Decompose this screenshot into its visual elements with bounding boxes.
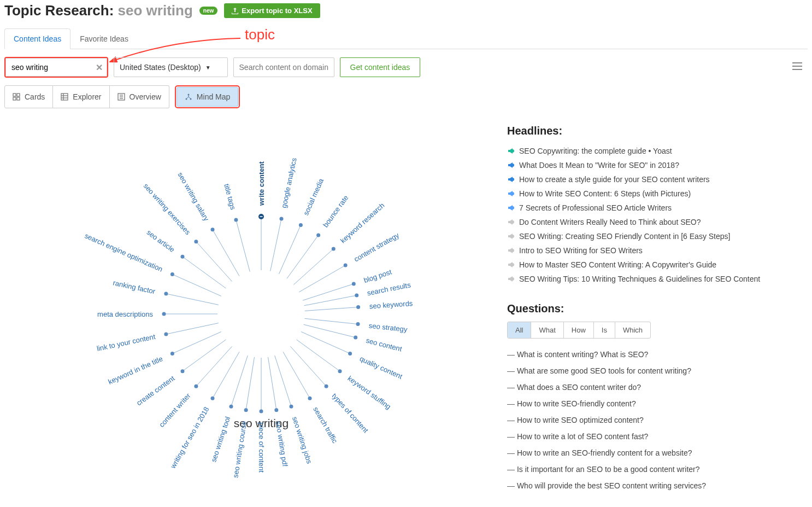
tab-content-ideas[interactable]: Content Ideas <box>4 28 70 49</box>
cards-icon <box>13 93 20 101</box>
list-toggle-icon[interactable] <box>792 62 808 72</box>
export-button[interactable]: Export topic to XLSX <box>224 3 320 18</box>
headline-text: What Does It Mean to "Write for SEO" in … <box>519 161 679 170</box>
headline-text: SEO Copywriting: the complete guide • Yo… <box>519 147 672 155</box>
svg-line-42 <box>304 324 356 337</box>
headline-item[interactable]: How to create a style guide for your SEO… <box>507 172 791 187</box>
topic-input[interactable] <box>5 58 107 77</box>
svg-line-34 <box>303 284 354 300</box>
question-item[interactable]: What are some good SEO tools for content… <box>507 363 791 379</box>
svg-point-49 <box>325 384 328 388</box>
svg-point-71 <box>164 333 168 336</box>
question-tab-all[interactable]: All <box>508 322 531 338</box>
megaphone-icon <box>507 247 515 254</box>
svg-line-66 <box>183 340 226 371</box>
question-item[interactable]: Who will provide the best SEO content wr… <box>507 477 791 494</box>
upload-icon <box>232 8 238 14</box>
headline-item[interactable]: What Does It Mean to "Write for SEO" in … <box>507 158 791 172</box>
svg-point-39 <box>356 305 360 309</box>
new-badge: new <box>199 7 217 15</box>
svg-point-51 <box>308 397 312 400</box>
headline-item[interactable]: Do Content Writers Really Need to Think … <box>507 215 791 229</box>
view-cards-label: Cards <box>25 92 45 101</box>
headline-text: How to Write SEO Content: 6 Steps (with … <box>519 189 691 198</box>
svg-line-48 <box>291 346 327 386</box>
svg-point-61 <box>229 405 233 409</box>
svg-point-59 <box>244 408 248 412</box>
mindmap-svg <box>4 125 507 497</box>
question-item[interactable]: How to write a lot of SEO content fast? <box>507 428 791 445</box>
headline-item[interactable]: SEO Writing Tips: 10 Writing Techniques … <box>507 272 791 286</box>
question-tab-what[interactable]: What <box>531 322 563 338</box>
mindmap-node[interactable]: meta descriptions <box>97 310 153 318</box>
question-item[interactable]: What does a SEO content writer do? <box>507 379 791 395</box>
svg-point-43 <box>354 336 357 340</box>
question-item[interactable]: How to write SEO-friendly content? <box>507 395 791 412</box>
mindmap-node[interactable]: write content <box>257 161 266 206</box>
question-item[interactable]: How to write an SEO-friendly content for… <box>507 445 791 461</box>
svg-point-31 <box>332 247 336 250</box>
region-select[interactable]: United States (Desktop) ▼ <box>114 57 228 77</box>
svg-line-82 <box>213 230 239 276</box>
title-prefix: Topic Research: <box>4 2 114 19</box>
megaphone-icon <box>507 261 515 269</box>
view-mindmap[interactable]: Mind Map <box>176 87 238 107</box>
svg-point-37 <box>355 294 358 298</box>
svg-line-28 <box>287 235 319 278</box>
question-tab-which[interactable]: Which <box>615 322 650 338</box>
question-tab-how[interactable]: How <box>564 322 594 338</box>
svg-line-76 <box>172 275 221 296</box>
headline-item[interactable]: Intro to SEO Writing for SEO Writers <box>507 243 791 258</box>
view-explorer[interactable]: Explorer <box>53 85 109 108</box>
headline-item[interactable]: SEO Copywriting: the complete guide • Yo… <box>507 144 791 158</box>
svg-point-79 <box>180 255 184 259</box>
svg-point-65 <box>194 384 198 388</box>
mindmap-node[interactable]: piece of content <box>257 422 266 473</box>
headline-item[interactable]: SEO Writing: Creating SEO Friendly Conte… <box>507 229 791 243</box>
svg-line-84 <box>236 220 250 272</box>
megaphone-icon <box>507 275 515 283</box>
view-explorer-label: Explorer <box>73 92 101 101</box>
topic-input-highlight: ✕ <box>4 57 108 78</box>
svg-point-41 <box>356 322 360 326</box>
headlines-list: SEO Copywriting: the complete guide • Yo… <box>507 144 791 286</box>
get-content-ideas-button[interactable]: Get content ideas <box>340 57 421 77</box>
tab-favorite-ideas[interactable]: Favorite Ideas <box>70 28 138 49</box>
view-overview-label: Overview <box>130 92 161 101</box>
view-overview[interactable]: Overview <box>110 85 169 108</box>
main-tabs: Content Ideas Favorite Ideas <box>4 28 808 49</box>
headline-text: Intro to SEO Writing for SEO Writers <box>519 246 643 255</box>
questions-tabs: AllWhatHowIsWhich <box>507 322 651 339</box>
svg-point-75 <box>164 292 168 295</box>
svg-point-73 <box>162 312 166 316</box>
mindmap-area[interactable]: seo writing write contentgoogle analytic… <box>4 125 507 497</box>
svg-line-78 <box>183 257 226 288</box>
clear-icon[interactable]: ✕ <box>96 62 103 73</box>
megaphone-icon <box>507 204 515 212</box>
question-item[interactable]: Is it important for an SEO to be a good … <box>507 461 791 477</box>
question-item[interactable]: What is content writing? What is SEO? <box>507 346 791 363</box>
svg-line-40 <box>305 318 358 324</box>
main-layout: seo writing write contentgoogle analytic… <box>4 125 808 497</box>
domain-input[interactable] <box>233 57 334 77</box>
view-mindmap-label: Mind Map <box>197 92 230 101</box>
view-cards[interactable]: Cards <box>4 85 53 108</box>
svg-line-36 <box>304 295 357 306</box>
headline-item[interactable]: How to Write SEO Content: 6 Steps (with … <box>507 187 791 201</box>
svg-line-64 <box>196 346 232 386</box>
headline-text: How to Master SEO Content Writing: A Cop… <box>519 260 716 269</box>
svg-line-30 <box>293 249 333 285</box>
headline-item[interactable]: 7 Secrets of Professional SEO Article Wr… <box>507 201 791 215</box>
search-row: ✕ United States (Desktop) ▼ Get content … <box>4 49 808 85</box>
svg-line-58 <box>246 357 254 410</box>
svg-point-35 <box>352 282 356 285</box>
question-item[interactable]: How to write SEO optimized content? <box>507 412 791 428</box>
svg-line-44 <box>301 332 350 354</box>
svg-point-45 <box>348 352 352 356</box>
svg-line-54 <box>268 357 276 410</box>
headline-item[interactable]: How to Master SEO Content Writing: A Cop… <box>507 258 791 272</box>
svg-point-67 <box>180 369 184 373</box>
question-tab-is[interactable]: Is <box>594 322 615 338</box>
chevron-down-icon: ▼ <box>205 65 211 71</box>
annotation-label: topic <box>245 26 275 43</box>
